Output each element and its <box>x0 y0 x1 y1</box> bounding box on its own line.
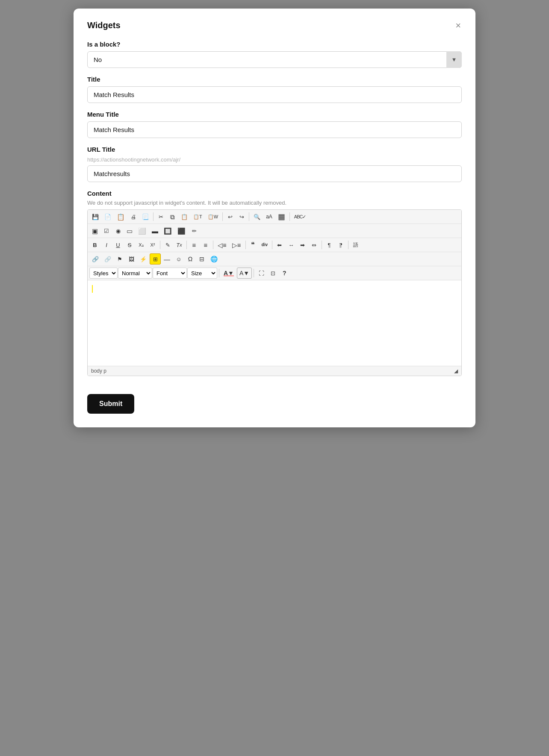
page-break-btn[interactable]: ⊟ <box>196 253 207 265</box>
menu-title-field: Menu Title <box>87 111 462 138</box>
indent-increase-btn[interactable]: ▷≡ <box>230 239 244 250</box>
content-field: Content We do not support javascript in … <box>87 190 462 376</box>
toolbar-sep-12 <box>219 269 219 277</box>
is-block-field: Is a block? No Yes ▼ <box>87 41 462 68</box>
paste-text-btn[interactable]: 📋T <box>191 211 205 222</box>
redo-btn[interactable]: ↪ <box>236 211 247 222</box>
indent-decrease-btn[interactable]: ◁≡ <box>215 239 229 250</box>
size-select[interactable]: Size <box>187 268 217 279</box>
lang-btn[interactable]: 語 <box>350 239 361 250</box>
url-hint: https://actionshootingnetwork.com/ajr/ <box>87 156 462 163</box>
copy-btn[interactable]: ⧉ <box>167 211 178 222</box>
superscript-btn[interactable]: X² <box>147 239 158 250</box>
toolbar-sep-4 <box>289 212 290 221</box>
special-char-btn[interactable]: Ω <box>185 253 196 265</box>
form-btn[interactable]: ▣ <box>89 225 100 236</box>
bold-btn[interactable]: B <box>89 239 100 250</box>
cut-btn[interactable]: ✂ <box>155 211 166 222</box>
toolbar-sep-1 <box>153 212 153 221</box>
hr-btn[interactable]: — <box>161 253 173 265</box>
modal-title: Widgets <box>87 21 121 30</box>
toolbar-sep-5 <box>160 241 160 249</box>
hidden-btn[interactable]: ⬛ <box>175 225 188 236</box>
toolbar-sep-2 <box>222 212 223 221</box>
selectall-btn[interactable]: ▦ <box>275 211 288 222</box>
flash-btn[interactable]: ⚡ <box>137 253 149 265</box>
image-btn[interactable]: 🖼 <box>126 253 137 265</box>
font-color-btn[interactable]: A▼ <box>221 268 236 279</box>
new-btn[interactable]: 📄 <box>102 211 114 222</box>
save-btn[interactable]: 💾 <box>89 211 101 222</box>
editor-status-text: body p <box>91 368 106 374</box>
justify-btn[interactable]: ⇔ <box>309 239 320 250</box>
replace-btn[interactable]: aA <box>263 211 275 222</box>
align-right-btn[interactable]: ➡ <box>297 239 308 250</box>
styles-select[interactable]: Styles <box>89 268 118 279</box>
checkbox-btn[interactable]: ☑ <box>101 225 112 236</box>
spellcheck-btn[interactable]: ABC✓ <box>292 211 309 222</box>
menu-title-input[interactable] <box>87 121 462 138</box>
iframe-btn[interactable]: 🌐 <box>208 253 220 265</box>
select-btn[interactable]: ▬ <box>149 225 161 236</box>
anchor-btn[interactable]: ⚑ <box>114 253 125 265</box>
undo-btn[interactable]: ↩ <box>224 211 236 222</box>
toolbar-sep-3 <box>249 212 249 221</box>
url-title-input[interactable] <box>87 165 462 182</box>
wysiwyg-editor: 💾 📄 📋 🖨 📃 ✂ ⧉ 📋 📋T 📋W ↩ ↪ 🔍 <box>87 209 462 376</box>
maximize-btn[interactable]: ⛶ <box>256 268 267 279</box>
is-block-select[interactable]: No Yes <box>87 51 462 68</box>
image-button-btn[interactable]: ✏ <box>189 225 200 236</box>
underline-btn[interactable]: U <box>112 239 124 250</box>
unordered-list-btn[interactable]: ≡ <box>200 239 211 250</box>
format-select[interactable]: Normal <box>118 268 152 279</box>
radio-btn[interactable]: ◉ <box>112 225 124 236</box>
template-btn[interactable]: 📋 <box>114 211 127 222</box>
unlink-btn[interactable]: 🔗 <box>102 253 114 265</box>
toolbar-sep-7 <box>213 241 213 249</box>
link-btn[interactable]: 🔗 <box>89 253 101 265</box>
remove-format-btn[interactable]: Tx <box>174 239 185 250</box>
highlight-btn[interactable]: ✎ <box>162 239 173 250</box>
is-block-label: Is a block? <box>87 41 462 48</box>
align-left-btn[interactable]: ⬅ <box>274 239 285 250</box>
paste-btn[interactable]: 📋 <box>178 211 190 222</box>
modal-header: Widgets × <box>87 21 462 30</box>
editor-cursor <box>92 285 93 293</box>
font-select[interactable]: Font <box>153 268 187 279</box>
find-btn[interactable]: 🔍 <box>251 211 263 222</box>
rtl-btn[interactable]: ¶ <box>335 239 346 250</box>
submit-button[interactable]: Submit <box>87 394 134 414</box>
textarea-btn[interactable]: ⬜ <box>136 225 149 236</box>
italic-btn[interactable]: I <box>101 239 112 250</box>
toolbar-row-3: B I U S X₂ X² ✎ Tx ≡ ≡ ◁≡ ▷≡ ❝ <box>88 238 461 252</box>
toolbar-sep-8 <box>245 241 246 249</box>
blockquote-btn[interactable]: ❝ <box>248 239 259 250</box>
menu-title-label: Menu Title <box>87 111 462 118</box>
preview-btn[interactable]: 📃 <box>139 211 151 222</box>
editor-content-area[interactable] <box>88 280 461 366</box>
close-button[interactable]: × <box>455 21 462 30</box>
toolbar-sep-11 <box>348 241 348 249</box>
url-title-label: URL Title <box>87 146 462 153</box>
paste-word-btn[interactable]: 📋W <box>205 211 221 222</box>
smiley-btn[interactable]: ☺ <box>173 253 184 265</box>
url-title-field: URL Title https://actionshootingnetwork.… <box>87 146 462 182</box>
toolbar-sep-9 <box>272 241 272 249</box>
print-btn[interactable]: 🖨 <box>128 211 139 222</box>
source-btn[interactable]: ⊡ <box>267 268 278 279</box>
align-center-btn[interactable]: ↔ <box>286 239 297 250</box>
title-field: Title <box>87 76 462 103</box>
div-btn[interactable]: div <box>259 239 270 250</box>
toolbar-row-2: ▣ ☑ ◉ ▭ ⬜ ▬ 🔲 ⬛ ✏ <box>88 224 461 238</box>
textfield-btn[interactable]: ▭ <box>124 225 135 236</box>
ltr-btn[interactable]: ¶ <box>324 239 335 250</box>
table-btn[interactable]: ⊞ <box>150 253 161 265</box>
strikethrough-btn[interactable]: S <box>124 239 135 250</box>
toolbar-sep-10 <box>322 241 322 249</box>
help-btn[interactable]: ? <box>279 268 290 279</box>
ordered-list-btn[interactable]: ≡ <box>189 239 200 250</box>
bg-color-btn[interactable]: A▼ <box>237 268 252 279</box>
title-input[interactable] <box>87 86 462 103</box>
button-btn[interactable]: 🔲 <box>161 225 174 236</box>
subscript-btn[interactable]: X₂ <box>136 239 147 250</box>
